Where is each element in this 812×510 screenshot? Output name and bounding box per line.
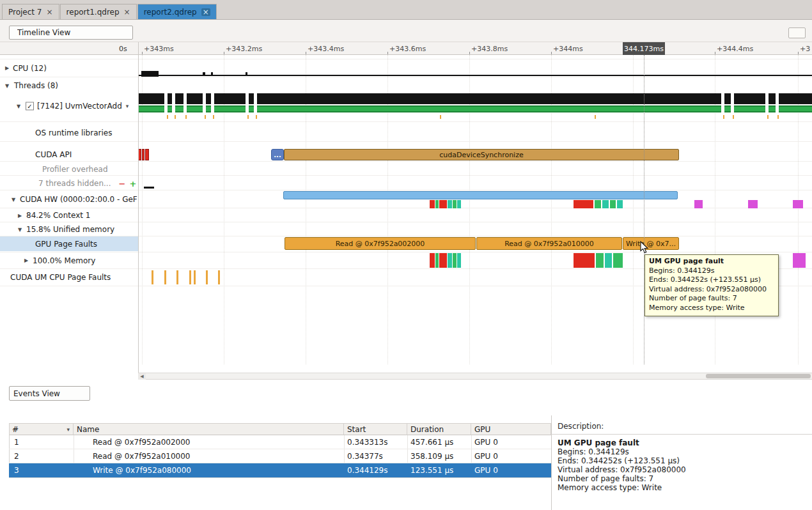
tooltip-line: Begins: 0.344129s <box>649 267 774 276</box>
time-cursor-readout: 344.173ms <box>623 42 665 55</box>
table-row[interactable]: 2Read @ 0x7f952a0100000.34377s358.109 µs… <box>9 449 551 463</box>
cell-start: 0.344129s <box>347 463 388 477</box>
description-line: Begins: 0.344129s <box>558 447 808 456</box>
mouse-cursor <box>640 241 650 254</box>
description-separator <box>551 434 812 435</box>
tooltip-line: Number of page faults: 7 <box>649 294 774 304</box>
column-header-start[interactable]: Start <box>344 423 407 435</box>
tooltip-lines: Begins: 0.344129sEnds: 0.344252s (+123.5… <box>649 267 774 313</box>
filter-dropdown-icon[interactable]: ▾ <box>66 426 70 433</box>
column-header-label: GPU <box>474 425 490 434</box>
description-header: Description: <box>558 422 604 431</box>
column-header-label: Name <box>77 425 99 434</box>
description-line: Number of page faults: 7 <box>558 474 808 483</box>
cell-name: Write @ 0x7f952a080000 <box>93 463 191 477</box>
column-header-label: Duration <box>410 425 444 434</box>
column-header-name[interactable]: Name <box>74 423 344 435</box>
description-line: Memory access type: Write <box>558 483 808 492</box>
description-line: Virtual address: 0x7f952a080000 <box>558 465 808 474</box>
cell-number: 3 <box>14 463 19 477</box>
cell-start: 0.34377s <box>347 449 383 463</box>
cell-gpu: GPU 0 <box>474 463 498 477</box>
table-row[interactable]: 1Read @ 0x7f952a0020000.343313s457.661 µ… <box>9 435 551 449</box>
tooltip-line: Virtual address: 0x7f952a080000 <box>649 285 774 295</box>
tooltip-line: Memory access type: Write <box>649 304 774 313</box>
cell-number: 2 <box>14 449 19 463</box>
description-title: UM GPU page fault <box>558 438 808 447</box>
column-header-gpu[interactable]: GPU <box>471 423 551 435</box>
table-row[interactable]: 3Write @ 0x7f952a0800000.344129s123.551 … <box>9 463 551 477</box>
cell-duration: 457.661 µs <box>410 435 453 449</box>
column-header-item[interactable]: #▾ <box>9 423 74 435</box>
description-line: Ends: 0.344252s (+123.551 µs) <box>558 456 808 465</box>
column-header-label: # <box>12 425 19 434</box>
cell-duration: 123.551 µs <box>410 463 453 477</box>
cell-number: 1 <box>14 435 19 449</box>
tooltip-line: Ends: 0.344252s (+123.551 µs) <box>649 275 774 285</box>
column-header-label: Start <box>347 425 366 434</box>
description-lines: Begins: 0.344129sEnds: 0.344252s (+123.5… <box>558 447 808 492</box>
event-tooltip: UM GPU page fault Begins: 0.344129sEnds:… <box>644 254 779 316</box>
cell-start: 0.343313s <box>347 435 388 449</box>
table-bottom-border <box>9 477 551 478</box>
column-header-duration[interactable]: Duration <box>407 423 471 435</box>
cell-gpu: GPU 0 <box>474 449 498 463</box>
cell-name: Read @ 0x7f952a010000 <box>93 449 190 463</box>
cell-duration: 358.109 µs <box>410 449 453 463</box>
cell-gpu: GPU 0 <box>474 435 498 449</box>
panel-divider <box>551 415 552 510</box>
tooltip-title: UM GPU page fault <box>649 257 774 267</box>
nsight-systems-window: Project 7×report1.qdrep×report2.qdrep× T… <box>0 0 812 510</box>
time-cursor-line <box>644 55 644 364</box>
description-panel: UM GPU page fault Begins: 0.344129sEnds:… <box>558 438 808 492</box>
cell-name: Read @ 0x7f952a002000 <box>93 435 190 449</box>
